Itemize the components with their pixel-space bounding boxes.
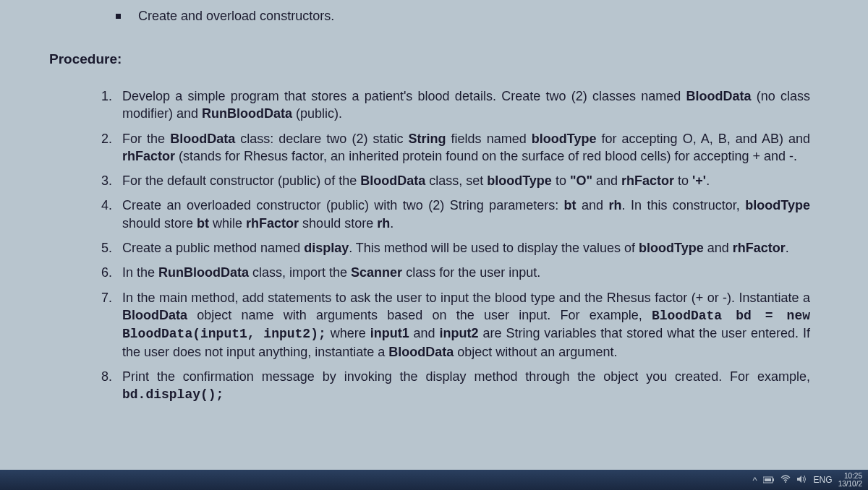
speaker-icon[interactable] <box>796 475 807 486</box>
bullet-item: Create and overload constructors. <box>116 9 832 24</box>
step-content: In the main method, add statements to as… <box>122 289 810 361</box>
bullet-text: Create and overload constructors. <box>138 9 334 24</box>
step-number: 8. <box>90 368 112 404</box>
procedure-step-3: 3. For the default constructor (public) … <box>90 172 810 189</box>
svg-point-3 <box>785 481 786 483</box>
svg-rect-1 <box>773 478 774 481</box>
step-number: 7. <box>90 289 112 361</box>
step-number: 3. <box>90 172 112 189</box>
step-number: 4. <box>90 197 112 232</box>
procedure-step-6: 6. In the RunBloodData class, import the… <box>90 264 810 281</box>
chevron-up-icon[interactable]: ^ <box>753 475 757 486</box>
step-number: 5. <box>90 239 112 257</box>
procedure-heading: Procedure: <box>49 51 832 67</box>
step-content: Create a public method named display. Th… <box>122 239 810 257</box>
wifi-icon[interactable] <box>780 475 791 486</box>
bullet-marker <box>116 14 121 19</box>
step-content: In the RunBloodData class, import the Sc… <box>122 264 810 281</box>
step-content: Develop a simple program that stores a p… <box>122 87 810 123</box>
procedure-step-8: 8. Print the confirmation message by inv… <box>90 368 810 404</box>
procedure-list: 1. Develop a simple program that stores … <box>90 87 810 403</box>
date-text: 13/10/2 <box>838 480 862 488</box>
svg-rect-2 <box>765 478 771 481</box>
procedure-step-5: 5. Create a public method named display.… <box>90 239 810 257</box>
step-number: 2. <box>90 130 112 166</box>
clock[interactable]: 10:25 13/10/2 <box>838 472 862 488</box>
system-tray[interactable]: ^ <box>753 475 807 486</box>
procedure-step-7: 7. In the main method, add statements to… <box>90 289 810 361</box>
step-content: Print the confirmation message by invoki… <box>122 368 810 404</box>
language-indicator[interactable]: ENG <box>814 475 833 485</box>
procedure-step-1: 1. Develop a simple program that stores … <box>90 87 810 123</box>
battery-icon[interactable] <box>763 475 775 486</box>
step-number: 6. <box>90 264 112 281</box>
procedure-step-4: 4. Create an overloaded constructor (pub… <box>90 197 810 232</box>
document-page: Create and overload constructors. Proced… <box>0 9 868 403</box>
procedure-step-2: 2. For the BloodData class: declare two … <box>90 130 810 166</box>
step-content: For the BloodData class: declare two (2)… <box>122 130 810 166</box>
step-content: Create an overloaded constructor (public… <box>122 197 810 232</box>
time-text: 10:25 <box>838 472 862 480</box>
step-content: For the default constructor (public) of … <box>122 172 810 189</box>
taskbar[interactable]: ^ ENG 10:25 13/10/2 <box>0 470 868 490</box>
step-number: 1. <box>90 87 112 123</box>
